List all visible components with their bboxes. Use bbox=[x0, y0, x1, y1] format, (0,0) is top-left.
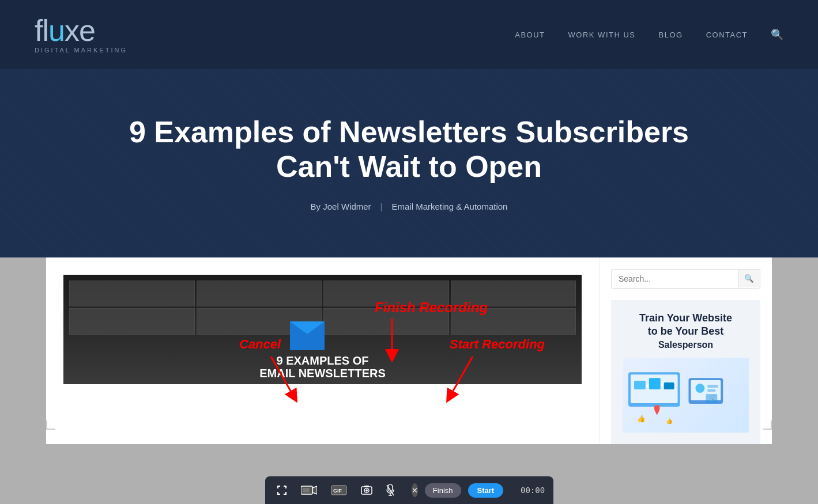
article-title: 9 Examples of Newsletters Subscribers Ca… bbox=[115, 115, 703, 184]
start-button[interactable]: Start bbox=[468, 483, 504, 498]
promo-image: 🛒 👍 👍 bbox=[623, 358, 749, 433]
content-wrapper: 9 EXAMPLES OF EMAIL NEWSLETTERS 🔍 Train … bbox=[46, 257, 772, 444]
close-button[interactable]: ✕ bbox=[412, 483, 418, 497]
svg-rect-6 bbox=[649, 378, 661, 389]
logo-subtitle: DIGITAL MARKETING bbox=[35, 47, 127, 54]
email-icon bbox=[290, 321, 325, 350]
meta-separator: | bbox=[380, 202, 383, 211]
sidebar: 🔍 Train Your Websiteto be Your BestSales… bbox=[599, 257, 772, 444]
article-meta: By Joel Widmer | Email Marketing & Autom… bbox=[115, 202, 703, 211]
svg-rect-7 bbox=[664, 382, 674, 389]
timer-display: 00:00 bbox=[510, 486, 545, 495]
svg-text:👍: 👍 bbox=[666, 417, 673, 425]
svg-point-12 bbox=[695, 384, 704, 393]
video-button[interactable] bbox=[297, 483, 321, 498]
nav-blog[interactable]: BLOG bbox=[659, 31, 683, 39]
svg-rect-29 bbox=[303, 488, 310, 492]
svg-rect-2 bbox=[290, 344, 325, 350]
svg-rect-35 bbox=[364, 486, 369, 487]
svg-rect-13 bbox=[707, 385, 718, 388]
sidebar-promo: Train Your Websiteto be Your BestSalespe… bbox=[611, 300, 760, 444]
hero-section: 9 Examples of Newsletters Subscribers Ca… bbox=[0, 69, 818, 257]
nav-work-with-us[interactable]: WORK WITH US bbox=[568, 31, 636, 39]
svg-text:GIF: GIF bbox=[333, 488, 342, 494]
recording-toolbar: GIF ✕ Finish Start 00:00 bbox=[265, 476, 553, 504]
search-input[interactable] bbox=[612, 270, 738, 288]
svg-rect-14 bbox=[707, 389, 715, 392]
logo-text: fluxe bbox=[35, 16, 127, 46]
article-image-text: 9 EXAMPLES OF EMAIL NEWSLETTERS bbox=[63, 354, 582, 380]
search-button[interactable]: 🔍 bbox=[738, 270, 760, 287]
svg-point-18 bbox=[654, 405, 660, 411]
finish-button[interactable]: Finish bbox=[425, 483, 461, 498]
search-box: 🔍 bbox=[611, 269, 760, 289]
mic-button[interactable] bbox=[383, 482, 398, 498]
boundary-bottom-right bbox=[763, 420, 772, 430]
screenshot-button[interactable] bbox=[357, 483, 376, 498]
nav-about[interactable]: ABOUT bbox=[515, 31, 545, 39]
gif-button[interactable]: GIF bbox=[327, 483, 350, 498]
site-header: fluxe DIGITAL MARKETING ABOUT WORK WITH … bbox=[0, 0, 818, 69]
article-image: 9 EXAMPLES OF EMAIL NEWSLETTERS bbox=[63, 275, 582, 384]
main-content: 9 EXAMPLES OF EMAIL NEWSLETTERS bbox=[46, 257, 599, 444]
svg-text:👍: 👍 bbox=[637, 414, 646, 423]
promo-title: Train Your Websiteto be Your BestSalespe… bbox=[623, 312, 749, 352]
header-search-icon[interactable]: 🔍 bbox=[771, 28, 783, 41]
fullscreen-button[interactable] bbox=[273, 483, 291, 498]
svg-text:🛒: 🛒 bbox=[708, 395, 716, 402]
nav-contact[interactable]: CONTACT bbox=[706, 31, 748, 39]
logo[interactable]: fluxe DIGITAL MARKETING bbox=[35, 16, 127, 54]
svg-point-34 bbox=[365, 490, 368, 492]
svg-marker-28 bbox=[312, 486, 317, 494]
author: By Joel Widmer bbox=[311, 202, 371, 211]
boundary-bottom-left bbox=[46, 420, 55, 430]
category[interactable]: Email Marketing & Automation bbox=[392, 202, 508, 211]
main-nav: ABOUT WORK WITH US BLOG CONTACT 🔍 bbox=[515, 28, 783, 41]
svg-rect-5 bbox=[634, 381, 646, 389]
